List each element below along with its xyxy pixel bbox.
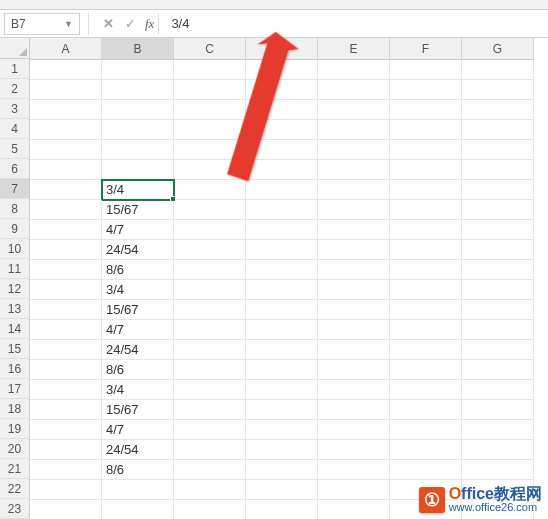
cell-A19[interactable]	[30, 420, 102, 440]
cell-A8[interactable]	[30, 200, 102, 220]
formula-input[interactable]: 3/4	[158, 13, 548, 35]
name-box-dropdown-icon[interactable]: ▼	[64, 19, 73, 29]
cell-D18[interactable]	[246, 400, 318, 420]
cell-C22[interactable]	[174, 480, 246, 500]
cell-G18[interactable]	[462, 400, 534, 420]
cell-C23[interactable]	[174, 500, 246, 519]
cell-A11[interactable]	[30, 260, 102, 280]
fx-icon[interactable]: fx	[141, 16, 158, 32]
cell-F10[interactable]	[390, 240, 462, 260]
cell-G1[interactable]	[462, 60, 534, 80]
cell-G5[interactable]	[462, 140, 534, 160]
column-header-D[interactable]: D	[246, 38, 318, 60]
cell-E12[interactable]	[318, 280, 390, 300]
cell-B20[interactable]: 24/54	[102, 440, 174, 460]
cell-B8[interactable]: 15/67	[102, 200, 174, 220]
cell-G13[interactable]	[462, 300, 534, 320]
row-header-9[interactable]: 9	[0, 219, 30, 239]
cell-F19[interactable]	[390, 420, 462, 440]
cell-G4[interactable]	[462, 120, 534, 140]
cell-D11[interactable]	[246, 260, 318, 280]
name-box[interactable]: B7 ▼	[4, 13, 80, 35]
cell-A14[interactable]	[30, 320, 102, 340]
cell-C21[interactable]	[174, 460, 246, 480]
cell-G14[interactable]	[462, 320, 534, 340]
cell-F16[interactable]	[390, 360, 462, 380]
cell-A13[interactable]	[30, 300, 102, 320]
row-header-21[interactable]: 21	[0, 459, 30, 479]
cell-E5[interactable]	[318, 140, 390, 160]
cell-B16[interactable]: 8/6	[102, 360, 174, 380]
cell-G8[interactable]	[462, 200, 534, 220]
column-header-B[interactable]: B	[102, 38, 174, 60]
cell-F6[interactable]	[390, 160, 462, 180]
cell-A22[interactable]	[30, 480, 102, 500]
cell-E19[interactable]	[318, 420, 390, 440]
cell-B22[interactable]	[102, 480, 174, 500]
cell-A4[interactable]	[30, 120, 102, 140]
cell-D8[interactable]	[246, 200, 318, 220]
cell-A7[interactable]	[30, 180, 102, 200]
cell-B13[interactable]: 15/67	[102, 300, 174, 320]
row-header-4[interactable]: 4	[0, 119, 30, 139]
cell-C12[interactable]	[174, 280, 246, 300]
cell-G11[interactable]	[462, 260, 534, 280]
row-header-2[interactable]: 2	[0, 79, 30, 99]
cell-A2[interactable]	[30, 80, 102, 100]
cell-F15[interactable]	[390, 340, 462, 360]
row-header-6[interactable]: 6	[0, 159, 30, 179]
cell-B12[interactable]: 3/4	[102, 280, 174, 300]
cell-B1[interactable]	[102, 60, 174, 80]
row-header-16[interactable]: 16	[0, 359, 30, 379]
cell-D14[interactable]	[246, 320, 318, 340]
cell-E22[interactable]	[318, 480, 390, 500]
cell-C18[interactable]	[174, 400, 246, 420]
cell-D5[interactable]	[246, 140, 318, 160]
cell-A10[interactable]	[30, 240, 102, 260]
select-all-corner[interactable]	[0, 38, 30, 59]
cell-F13[interactable]	[390, 300, 462, 320]
cell-D22[interactable]	[246, 480, 318, 500]
row-header-22[interactable]: 22	[0, 479, 30, 499]
row-header-23[interactable]: 23	[0, 499, 30, 519]
cancel-icon[interactable]: ✕	[97, 13, 119, 35]
cell-E2[interactable]	[318, 80, 390, 100]
cell-F17[interactable]	[390, 380, 462, 400]
cell-D16[interactable]	[246, 360, 318, 380]
cell-A1[interactable]	[30, 60, 102, 80]
cell-G17[interactable]	[462, 380, 534, 400]
cell-D4[interactable]	[246, 120, 318, 140]
cell-G19[interactable]	[462, 420, 534, 440]
cell-D15[interactable]	[246, 340, 318, 360]
cell-F3[interactable]	[390, 100, 462, 120]
cell-D7[interactable]	[246, 180, 318, 200]
cell-A3[interactable]	[30, 100, 102, 120]
cell-D10[interactable]	[246, 240, 318, 260]
cell-E3[interactable]	[318, 100, 390, 120]
cell-E14[interactable]	[318, 320, 390, 340]
cell-D17[interactable]	[246, 380, 318, 400]
cell-C10[interactable]	[174, 240, 246, 260]
cell-E17[interactable]	[318, 380, 390, 400]
cell-C16[interactable]	[174, 360, 246, 380]
row-header-20[interactable]: 20	[0, 439, 30, 459]
cell-B19[interactable]: 4/7	[102, 420, 174, 440]
cell-D6[interactable]	[246, 160, 318, 180]
cell-C17[interactable]	[174, 380, 246, 400]
cell-C7[interactable]	[174, 180, 246, 200]
cell-E8[interactable]	[318, 200, 390, 220]
cell-B2[interactable]	[102, 80, 174, 100]
cell-D21[interactable]	[246, 460, 318, 480]
column-header-F[interactable]: F	[390, 38, 462, 60]
cell-E7[interactable]	[318, 180, 390, 200]
row-header-18[interactable]: 18	[0, 399, 30, 419]
cell-E15[interactable]	[318, 340, 390, 360]
row-header-14[interactable]: 14	[0, 319, 30, 339]
cell-E10[interactable]	[318, 240, 390, 260]
cell-B17[interactable]: 3/4	[102, 380, 174, 400]
cell-G21[interactable]	[462, 460, 534, 480]
cell-C20[interactable]	[174, 440, 246, 460]
cell-A17[interactable]	[30, 380, 102, 400]
cell-A18[interactable]	[30, 400, 102, 420]
cell-E1[interactable]	[318, 60, 390, 80]
